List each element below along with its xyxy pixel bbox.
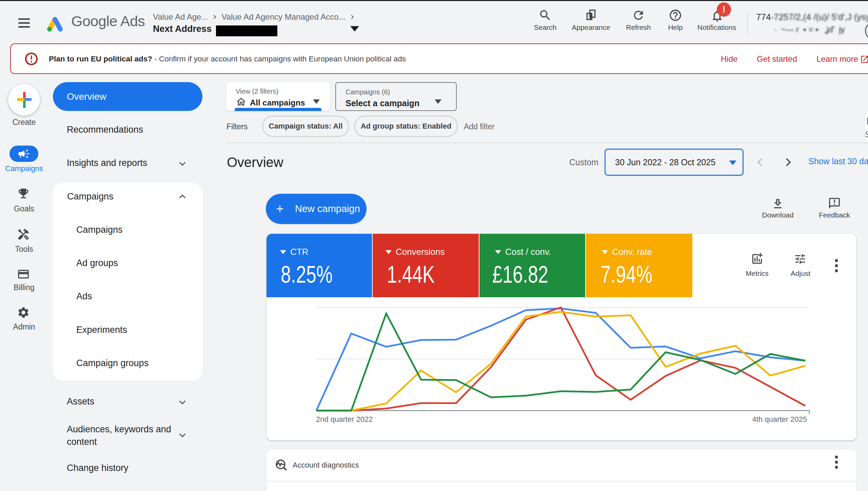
svg-text:2nd quarter 2022: 2nd quarter 2022: [316, 415, 373, 423]
svg-text:4th quarter 2025: 4th quarter 2025: [752, 415, 807, 423]
